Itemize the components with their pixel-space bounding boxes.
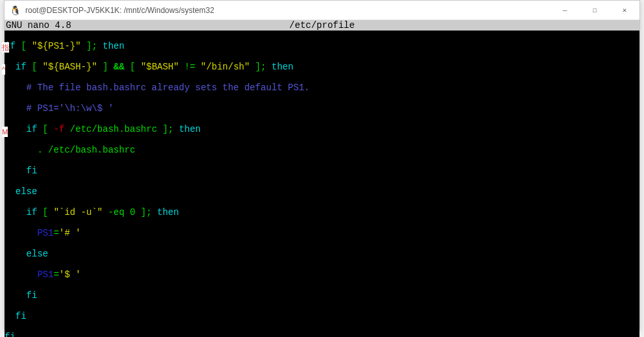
side-marker: ^: [2, 64, 5, 75]
side-marker: 指: [2, 42, 9, 53]
editor-header: GNU nano 4.8 /etc/profile: [5, 20, 639, 31]
window-titlebar: 🐧 root@DESKTOP-JV5KK1K: /mnt/c/Windows/s…: [5, 1, 639, 20]
editor-name: GNU nano 4.8: [5, 20, 71, 31]
terminal-area[interactable]: 指 ^ M GNU nano 4.8 /etc/profile if [ "${…: [5, 20, 639, 337]
editor-filename: /etc/profile: [289, 20, 355, 31]
app-window: 🐧 root@DESKTOP-JV5KK1K: /mnt/c/Windows/s…: [4, 0, 640, 330]
side-marker: M: [2, 127, 8, 137]
maximize-button[interactable]: ☐: [580, 1, 610, 20]
minimize-button[interactable]: —: [550, 1, 580, 20]
window-title: root@DESKTOP-JV5KK1K: /mnt/c/Windows/sys…: [25, 6, 550, 15]
editor-content[interactable]: if [ "${PS1-}" ]; then if [ "${BASH-}" ]…: [5, 31, 639, 337]
window-controls: — ☐ ✕: [550, 1, 639, 20]
close-button[interactable]: ✕: [610, 1, 639, 20]
penguin-icon: 🐧: [10, 5, 20, 16]
